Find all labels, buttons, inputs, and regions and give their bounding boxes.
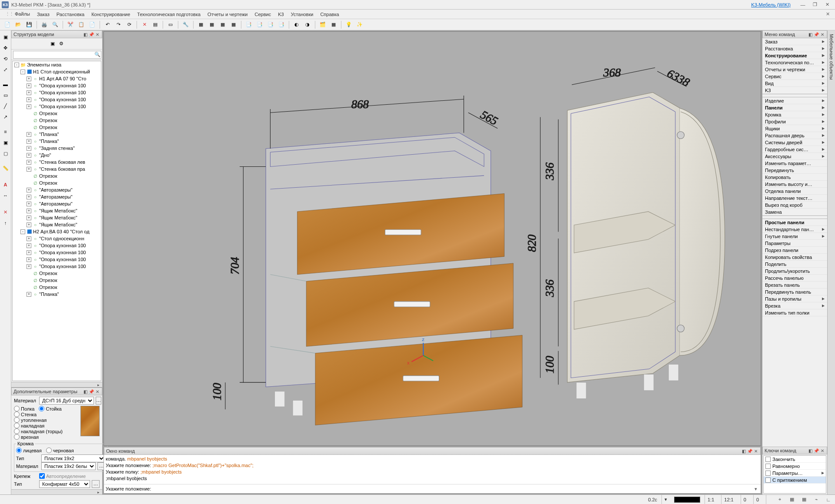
vt-align-icon[interactable]: ≡: [1, 127, 10, 136]
menu-item[interactable]: Изменить тип полки: [762, 309, 827, 316]
checkbox-icon[interactable]: [765, 457, 771, 462]
vt-line-icon[interactable]: ╱: [1, 101, 10, 111]
edge-type-select[interactable]: Пластик 19x2: [41, 454, 105, 462]
vt-ungroup-icon[interactable]: ▢: [1, 149, 10, 158]
save-icon[interactable]: 💾: [24, 20, 34, 30]
menu-item[interactable]: Конструирование▶: [762, 52, 827, 59]
print-icon[interactable]: 🖨️: [40, 20, 49, 30]
tree-layout-icon[interactable]: ▣: [50, 41, 55, 46]
tree-node[interactable]: +○"Ящик Метабокс": [13, 221, 101, 228]
checkbox-icon[interactable]: [765, 464, 771, 469]
keys-close-icon[interactable]: ✕: [820, 448, 825, 453]
menu-layout[interactable]: Расстановка: [53, 10, 88, 18]
sparkle-icon[interactable]: ✨: [355, 20, 364, 30]
menu-item[interactable]: Вид▶: [762, 80, 827, 87]
vt-x-icon[interactable]: ✕: [1, 207, 10, 217]
vt-arrow-icon[interactable]: ↗: [1, 112, 10, 122]
layers-icon[interactable]: ▤: [150, 20, 160, 30]
key-item[interactable]: Закончить: [764, 456, 826, 463]
close-document-button[interactable]: ✕: [822, 11, 833, 17]
tree-expander-icon[interactable]: +: [27, 153, 31, 158]
tree-expander-icon[interactable]: +: [27, 76, 31, 81]
menu-item[interactable]: Ящики▶: [762, 125, 827, 132]
menu-item[interactable]: Аксессуары▶: [762, 153, 827, 160]
tree-expander-icon[interactable]: +: [27, 236, 31, 241]
tree-expander-icon[interactable]: +: [27, 195, 31, 199]
status-ortho-icon[interactable]: ∟: [825, 496, 832, 504]
tree-expander-icon[interactable]: +: [27, 167, 31, 172]
ap-pin-icon[interactable]: 📌: [89, 389, 94, 394]
keys-menu-icon[interactable]: ◧: [808, 448, 813, 453]
ap-close-icon[interactable]: ✕: [95, 389, 100, 394]
tree-expander-icon[interactable]: +: [27, 132, 31, 137]
auto-checkbox[interactable]: Автоопределение: [39, 473, 86, 479]
menu-item[interactable]: Вырез под короб: [762, 202, 827, 209]
status-color-swatch[interactable]: [674, 497, 700, 503]
tree-node[interactable]: +○"Планка": [13, 138, 101, 145]
redo-icon[interactable]: ↷: [114, 20, 123, 30]
menu-item[interactable]: Параметры: [762, 240, 827, 247]
edge-material-select[interactable]: Пластик 19x2 белы: [41, 462, 96, 470]
doc-b-icon[interactable]: 📑: [255, 20, 264, 30]
menu-item[interactable]: Системы дверей▶: [762, 139, 827, 146]
model-tree[interactable]: -📁Элементы низа-🟦Н1 Стол односекционный+…: [12, 61, 101, 381]
ap-menu-icon[interactable]: ◧: [83, 389, 88, 394]
menu-item[interactable]: Простые панели: [762, 219, 827, 226]
menu-item[interactable]: Направление текст…: [762, 195, 827, 202]
copy-icon[interactable]: 📋: [77, 20, 86, 30]
radio-tcher[interactable]: черновая: [46, 448, 74, 453]
tree-expander-icon[interactable]: -: [20, 229, 25, 234]
tree-node[interactable]: -🟦Н2 Арт.ВА 03 40 "Стол од: [13, 228, 101, 235]
radio-vrez[interactable]: врезная: [14, 434, 78, 440]
tree-node[interactable]: +○"Стенка боковая лев: [13, 159, 101, 166]
tree-node[interactable]: +○"Опора кухонная 100: [13, 256, 101, 263]
bulb-icon[interactable]: 💡: [344, 20, 354, 30]
status-scale-1[interactable]: 1:1: [705, 495, 717, 504]
menu-item[interactable]: Копировать: [762, 174, 827, 181]
tree-node[interactable]: +○"Стенка боковая пра: [13, 166, 101, 172]
fastener-type-select[interactable]: Конфирмат 4x50: [39, 480, 90, 488]
menu-item[interactable]: Подрез панели: [762, 247, 827, 254]
wiki-link[interactable]: K3-Мебель (WIKI): [751, 2, 791, 7]
status-grid2-icon[interactable]: ▦: [800, 496, 808, 504]
tree-expander-icon[interactable]: +: [27, 216, 31, 220]
menu-item[interactable]: Пазы и пропилы▶: [762, 295, 827, 302]
menu-item[interactable]: Гнутые панели▶: [762, 233, 827, 240]
tree-node[interactable]: +○Н1 Арт.АА 07 90 "Сто: [13, 75, 101, 82]
keys-pin-icon[interactable]: 📌: [814, 448, 819, 453]
menu-construct[interactable]: Конструирование: [88, 10, 134, 18]
tree-node[interactable]: ∅Отрезок: [13, 117, 101, 124]
menu-item[interactable]: Заказ▶: [762, 38, 827, 45]
menu-order[interactable]: Заказ: [33, 10, 53, 18]
panel-pin-icon[interactable]: 📌: [89, 32, 94, 37]
vt-up-icon[interactable]: ↑: [1, 218, 10, 228]
cmd-menu-icon[interactable]: ◧: [741, 448, 746, 454]
menu-help[interactable]: Справка: [317, 10, 342, 18]
vt-scale-icon[interactable]: ⤢: [1, 65, 10, 74]
vt-panel-icon[interactable]: ▬: [1, 80, 10, 89]
menu-tech[interactable]: Технологическая подготовка: [134, 10, 204, 18]
tree-node[interactable]: -📁Элементы низа: [13, 61, 101, 68]
tree-expander-icon[interactable]: -: [20, 70, 25, 74]
tree-node[interactable]: +○"Опора кухонная 100: [13, 263, 101, 270]
tree-expander-icon[interactable]: +: [27, 83, 31, 88]
tree-expander-icon[interactable]: +: [27, 222, 31, 227]
tree-node[interactable]: ∅Отрезок: [13, 284, 101, 291]
menu-item[interactable]: Изделие▶: [762, 97, 827, 104]
menu-item[interactable]: Расстановка▶: [762, 45, 827, 52]
view1-icon[interactable]: ▦: [196, 20, 206, 30]
menu-item[interactable]: Изменить парамет…: [762, 160, 827, 167]
tree-node[interactable]: +○"Стол односекционн: [13, 235, 101, 242]
key-item[interactable]: Равномерно: [764, 463, 826, 470]
menu-item[interactable]: Замена: [762, 209, 827, 216]
tree-settings-icon[interactable]: ⚙: [59, 41, 63, 46]
status-scale-2[interactable]: 12:1: [721, 495, 736, 504]
checkbox-icon[interactable]: [765, 471, 771, 476]
vt-rect-icon[interactable]: ▭: [1, 90, 10, 100]
panel-menu-icon[interactable]: ◧: [83, 32, 88, 37]
radio-stenka[interactable]: Стенка: [14, 411, 78, 417]
select-box-icon[interactable]: ▭: [166, 20, 175, 30]
cmd-pin-icon[interactable]: 📌: [747, 448, 752, 454]
tree-node[interactable]: +○"Авторазмеры": [13, 200, 101, 207]
tree-expander-icon[interactable]: +: [27, 292, 31, 297]
